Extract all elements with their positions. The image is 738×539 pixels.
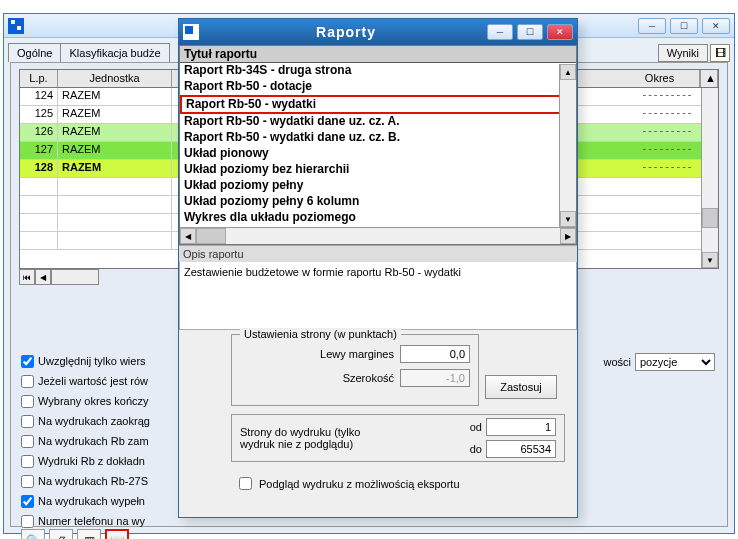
description-label: Opis raportu [179, 245, 577, 262]
list-item[interactable]: Układ pionowy [180, 146, 576, 162]
list-vertical-scrollbar[interactable]: ▲ ▼ [559, 64, 576, 227]
chevron-right-icon[interactable]: ▶ [560, 228, 576, 244]
report-list[interactable]: Tytuł raportu Raport Rb-34S - druga stro… [179, 45, 577, 245]
dialog-titlebar[interactable]: Raporty ─ ☐ ✕ [179, 19, 577, 45]
tab-general[interactable]: Ogólne [8, 43, 61, 62]
left-margin-label: Lewy margines [320, 348, 394, 360]
chk-rb27s-label: Na wydrukach Rb-27S [38, 475, 148, 487]
minimize-button[interactable]: ─ [487, 24, 513, 40]
chevron-down-icon[interactable]: ▼ [702, 252, 718, 268]
chevron-down-icon[interactable]: ▼ [560, 211, 576, 227]
film-icon[interactable]: 🎞 [710, 44, 730, 62]
chk-round[interactable] [21, 415, 34, 428]
chk-rb-precision[interactable] [21, 455, 34, 468]
list-horizontal-scrollbar[interactable]: ◀ ▶ [180, 227, 576, 244]
level-select[interactable]: pozycje [635, 353, 715, 371]
from-page-input[interactable] [486, 418, 556, 436]
chk-value-zero[interactable] [21, 375, 34, 388]
minimize-button[interactable]: ─ [638, 18, 666, 34]
scroll-thumb[interactable] [196, 228, 226, 244]
list-item[interactable]: Układ poziomy bez hierarchii [180, 162, 576, 178]
scroll-thumb[interactable] [702, 208, 718, 228]
col-lp[interactable]: L.p. [20, 70, 58, 87]
width-input [400, 369, 470, 387]
list-item-selected[interactable]: Raport Rb-50 - wydatki [180, 95, 576, 114]
preview-export-checkbox[interactable] [239, 477, 252, 490]
reports-dialog: Raporty ─ ☐ ✕ Tytuł raportu Raport Rb-34… [178, 18, 578, 518]
results-button[interactable]: Wyniki [658, 44, 708, 62]
chk-fill[interactable] [21, 495, 34, 508]
app-icon [183, 24, 199, 40]
from-label: od [470, 421, 482, 433]
chevron-left-icon[interactable]: ◀ [180, 228, 196, 244]
to-page-input[interactable] [486, 440, 556, 458]
first-page-icon[interactable]: ⏮ [19, 269, 35, 285]
print-icon[interactable]: 🖨 [49, 529, 73, 539]
print-pages-text: Strony do wydruku (tylko wydruk nie z po… [240, 426, 380, 450]
print-pages-group: Strony do wydruku (tylko wydruk nie z po… [231, 414, 565, 462]
list-item[interactable]: Raport Rb-50 - dotacje [180, 79, 576, 95]
chk-phone-label: Numer telefonu na wy [38, 515, 145, 527]
page-settings-group: Ustawienia strony (w punktach) Lewy marg… [231, 334, 479, 406]
options-checkboxes: Uwzględnij tylko wiers Jeżeli wartość je… [21, 353, 191, 533]
list-item[interactable]: Układ poziomy pełny 6 kolumn [180, 194, 576, 210]
left-margin-input[interactable] [400, 345, 470, 363]
col-jednostka[interactable]: Jednostka [58, 70, 172, 87]
chk-rb-zam-label: Na wydrukach Rb zam [38, 435, 149, 447]
chevron-up-icon[interactable]: ▲ [560, 64, 576, 80]
app-icon [8, 18, 24, 34]
level-label: wości [603, 356, 631, 368]
dialog-title: Raporty [205, 24, 487, 40]
grid-icon[interactable]: ▦ [77, 529, 101, 539]
grid-hscroll-buttons: ⏮ ◀ [19, 269, 99, 285]
list-item[interactable]: Wykres dla układu poziomego [180, 210, 576, 226]
book-icon[interactable]: 📖 [105, 529, 129, 539]
list-header: Tytuł raportu [180, 46, 576, 63]
maximize-button[interactable]: ☐ [517, 24, 543, 40]
bottom-toolbar: 🔍 🖨 ▦ 📖 [21, 529, 129, 539]
chk-rb27s[interactable] [21, 475, 34, 488]
width-label: Szerokość [343, 372, 394, 384]
results-label: Wyniki [667, 47, 699, 59]
list-item[interactable]: Raport Rb-50 - wydatki dane uz. cz. B. [180, 130, 576, 146]
scroll-corner: ▲ [700, 70, 718, 87]
list-item[interactable]: Raport Rb-34S - druga strona [180, 63, 576, 79]
grid-vertical-scrollbar[interactable]: ▼ [701, 88, 718, 268]
maximize-button[interactable]: ☐ [670, 18, 698, 34]
chk-rb-precision-label: Wydruki Rb z dokładn [38, 455, 145, 467]
preview-icon[interactable]: 🔍 [21, 529, 45, 539]
chevron-left-icon[interactable]: ◀ [35, 269, 51, 285]
chk-period-end[interactable] [21, 395, 34, 408]
chk-rb-zam[interactable] [21, 435, 34, 448]
chk-round-label: Na wydrukach zaokrąg [38, 415, 150, 427]
chk-value-zero-label: Jeżeli wartość jest rów [38, 375, 148, 387]
list-item[interactable]: Układ poziomy pełny [180, 178, 576, 194]
col-okres[interactable]: Okres [620, 70, 700, 87]
close-button[interactable]: ✕ [702, 18, 730, 34]
chk-phone[interactable] [21, 515, 34, 528]
chk-fill-label: Na wydrukach wypełn [38, 495, 145, 507]
tab-classification[interactable]: Klasyfikacja budże [60, 43, 169, 62]
chk-include-rows-label: Uwzględnij tylko wiers [38, 355, 146, 367]
page-settings-legend: Ustawienia strony (w punktach) [240, 328, 401, 340]
description-text: Zestawienie budżetowe w formie raportu R… [184, 266, 461, 278]
chk-include-rows[interactable] [21, 355, 34, 368]
description-box: Zestawienie budżetowe w formie raportu R… [179, 262, 577, 330]
list-item[interactable]: Raport Rb-50 - wydatki dane uz. cz. A. [180, 114, 576, 130]
chk-period-end-label: Wybrany okres kończy [38, 395, 149, 407]
preview-export-label: Podgląd wydruku z możliwością eksportu [259, 478, 460, 490]
close-button[interactable]: ✕ [547, 24, 573, 40]
to-label: do [470, 443, 482, 455]
apply-button[interactable]: Zastosuj [485, 375, 557, 399]
